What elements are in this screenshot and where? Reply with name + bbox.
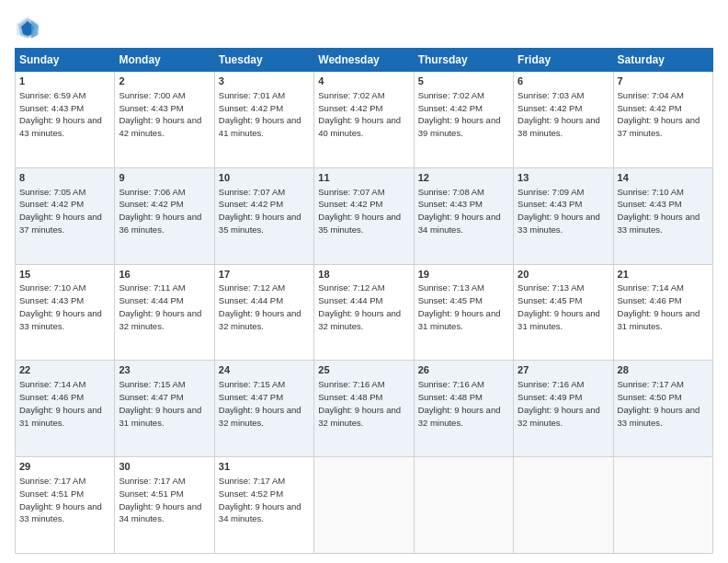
day-info: Sunrise: 7:17 AMSunset: 4:51 PMDaylight:… <box>19 476 102 523</box>
calendar-table: SundayMondayTuesdayWednesdayThursdayFrid… <box>15 48 713 554</box>
page: SundayMondayTuesdayWednesdayThursdayFrid… <box>0 0 728 563</box>
day-info: Sunrise: 7:14 AMSunset: 4:46 PMDaylight:… <box>19 379 102 427</box>
calendar-cell: 10Sunrise: 7:07 AMSunset: 4:42 PMDayligh… <box>214 167 313 264</box>
calendar-cell: 24Sunrise: 7:15 AMSunset: 4:47 PMDayligh… <box>214 361 313 457</box>
day-number: 28 <box>618 363 709 377</box>
day-number: 20 <box>518 268 609 282</box>
header <box>15 15 713 40</box>
weekday-header: Friday <box>514 49 613 72</box>
day-number: 3 <box>219 75 310 88</box>
weekday-header: Sunday <box>16 49 115 72</box>
day-info: Sunrise: 7:02 AMSunset: 4:42 PMDaylight:… <box>418 90 501 138</box>
calendar-cell: 11Sunrise: 7:07 AMSunset: 4:42 PMDayligh… <box>314 167 414 264</box>
calendar-cell: 21Sunrise: 7:14 AMSunset: 4:46 PMDayligh… <box>613 264 712 361</box>
weekday-header: Tuesday <box>214 49 313 72</box>
calendar-cell: 25Sunrise: 7:16 AMSunset: 4:48 PMDayligh… <box>314 361 414 457</box>
day-number: 8 <box>19 171 110 185</box>
day-number: 23 <box>119 363 210 377</box>
day-info: Sunrise: 6:59 AMSunset: 4:43 PMDaylight:… <box>19 90 102 138</box>
day-info: Sunrise: 7:10 AMSunset: 4:43 PMDaylight:… <box>19 282 102 330</box>
day-info: Sunrise: 7:17 AMSunset: 4:50 PMDaylight:… <box>618 379 700 427</box>
calendar-cell <box>414 457 513 554</box>
calendar-cell: 19Sunrise: 7:13 AMSunset: 4:45 PMDayligh… <box>414 264 513 361</box>
day-number: 7 <box>618 75 709 88</box>
day-info: Sunrise: 7:06 AMSunset: 4:42 PMDaylight:… <box>119 187 201 235</box>
day-number: 9 <box>119 171 210 185</box>
day-number: 5 <box>418 75 509 88</box>
day-info: Sunrise: 7:05 AMSunset: 4:42 PMDaylight:… <box>19 187 102 235</box>
day-number: 30 <box>119 460 210 474</box>
calendar-cell: 31Sunrise: 7:17 AMSunset: 4:52 PMDayligh… <box>214 457 313 554</box>
logo-icon <box>15 15 40 40</box>
calendar-cell: 13Sunrise: 7:09 AMSunset: 4:43 PMDayligh… <box>514 167 613 264</box>
day-info: Sunrise: 7:12 AMSunset: 4:44 PMDaylight:… <box>318 282 401 330</box>
calendar-cell: 30Sunrise: 7:17 AMSunset: 4:51 PMDayligh… <box>115 457 214 554</box>
day-number: 22 <box>19 363 110 377</box>
calendar-cell: 18Sunrise: 7:12 AMSunset: 4:44 PMDayligh… <box>314 264 414 361</box>
day-info: Sunrise: 7:10 AMSunset: 4:43 PMDaylight:… <box>618 187 700 235</box>
calendar-header-row: SundayMondayTuesdayWednesdayThursdayFrid… <box>16 49 713 72</box>
day-number: 29 <box>19 460 110 474</box>
calendar-cell: 28Sunrise: 7:17 AMSunset: 4:50 PMDayligh… <box>613 361 712 457</box>
calendar-cell: 8Sunrise: 7:05 AMSunset: 4:42 PMDaylight… <box>16 167 115 264</box>
day-info: Sunrise: 7:04 AMSunset: 4:42 PMDaylight:… <box>618 90 700 138</box>
day-info: Sunrise: 7:09 AMSunset: 4:43 PMDaylight:… <box>518 187 600 235</box>
logo <box>15 15 46 40</box>
day-number: 24 <box>219 363 310 377</box>
day-info: Sunrise: 7:03 AMSunset: 4:42 PMDaylight:… <box>518 90 600 138</box>
day-number: 21 <box>618 268 709 282</box>
day-number: 1 <box>19 75 110 88</box>
day-info: Sunrise: 7:15 AMSunset: 4:47 PMDaylight:… <box>119 379 201 427</box>
svg-marker-3 <box>31 20 39 39</box>
day-number: 19 <box>418 268 509 282</box>
calendar-cell: 23Sunrise: 7:15 AMSunset: 4:47 PMDayligh… <box>115 361 214 457</box>
day-info: Sunrise: 7:13 AMSunset: 4:45 PMDaylight:… <box>518 282 600 330</box>
calendar-cell: 20Sunrise: 7:13 AMSunset: 4:45 PMDayligh… <box>514 264 613 361</box>
calendar-cell: 27Sunrise: 7:16 AMSunset: 4:49 PMDayligh… <box>514 361 613 457</box>
day-info: Sunrise: 7:08 AMSunset: 4:43 PMDaylight:… <box>418 187 501 235</box>
day-number: 14 <box>618 171 709 185</box>
day-number: 25 <box>318 363 409 377</box>
weekday-header: Wednesday <box>314 49 414 72</box>
calendar-cell <box>314 457 414 554</box>
day-info: Sunrise: 7:11 AMSunset: 4:44 PMDaylight:… <box>119 282 201 330</box>
day-number: 17 <box>219 268 310 282</box>
weekday-header: Saturday <box>613 49 712 72</box>
day-info: Sunrise: 7:13 AMSunset: 4:45 PMDaylight:… <box>418 282 501 330</box>
day-number: 10 <box>219 171 310 185</box>
calendar-cell: 5Sunrise: 7:02 AMSunset: 4:42 PMDaylight… <box>414 72 513 168</box>
day-info: Sunrise: 7:15 AMSunset: 4:47 PMDaylight:… <box>219 379 301 427</box>
day-number: 11 <box>318 171 409 185</box>
day-number: 12 <box>418 171 509 185</box>
calendar-cell: 6Sunrise: 7:03 AMSunset: 4:42 PMDaylight… <box>514 72 613 168</box>
calendar-week-row: 8Sunrise: 7:05 AMSunset: 4:42 PMDaylight… <box>16 167 713 264</box>
day-info: Sunrise: 7:16 AMSunset: 4:49 PMDaylight:… <box>518 379 600 427</box>
day-info: Sunrise: 7:16 AMSunset: 4:48 PMDaylight:… <box>418 379 501 427</box>
calendar-cell: 1Sunrise: 6:59 AMSunset: 4:43 PMDaylight… <box>16 72 115 168</box>
day-info: Sunrise: 7:07 AMSunset: 4:42 PMDaylight:… <box>219 187 301 235</box>
calendar-cell: 9Sunrise: 7:06 AMSunset: 4:42 PMDaylight… <box>115 167 214 264</box>
calendar-week-row: 22Sunrise: 7:14 AMSunset: 4:46 PMDayligh… <box>16 361 713 457</box>
day-number: 26 <box>418 363 509 377</box>
day-info: Sunrise: 7:17 AMSunset: 4:52 PMDaylight:… <box>219 476 301 523</box>
calendar-cell: 14Sunrise: 7:10 AMSunset: 4:43 PMDayligh… <box>613 167 712 264</box>
calendar-week-row: 15Sunrise: 7:10 AMSunset: 4:43 PMDayligh… <box>16 264 713 361</box>
calendar-cell: 16Sunrise: 7:11 AMSunset: 4:44 PMDayligh… <box>115 264 214 361</box>
calendar-week-row: 29Sunrise: 7:17 AMSunset: 4:51 PMDayligh… <box>16 457 713 554</box>
day-info: Sunrise: 7:14 AMSunset: 4:46 PMDaylight:… <box>618 282 700 330</box>
day-number: 2 <box>119 75 210 88</box>
day-info: Sunrise: 7:01 AMSunset: 4:42 PMDaylight:… <box>219 90 301 138</box>
day-number: 6 <box>518 75 609 88</box>
day-number: 13 <box>518 171 609 185</box>
day-number: 18 <box>318 268 409 282</box>
day-info: Sunrise: 7:16 AMSunset: 4:48 PMDaylight:… <box>318 379 401 427</box>
calendar-week-row: 1Sunrise: 6:59 AMSunset: 4:43 PMDaylight… <box>16 72 713 168</box>
calendar-cell: 3Sunrise: 7:01 AMSunset: 4:42 PMDaylight… <box>214 72 313 168</box>
weekday-header: Monday <box>115 49 214 72</box>
day-number: 27 <box>518 363 609 377</box>
day-number: 15 <box>19 268 110 282</box>
calendar-cell: 12Sunrise: 7:08 AMSunset: 4:43 PMDayligh… <box>414 167 513 264</box>
day-number: 4 <box>318 75 409 88</box>
calendar-cell: 15Sunrise: 7:10 AMSunset: 4:43 PMDayligh… <box>16 264 115 361</box>
calendar-cell: 17Sunrise: 7:12 AMSunset: 4:44 PMDayligh… <box>214 264 313 361</box>
